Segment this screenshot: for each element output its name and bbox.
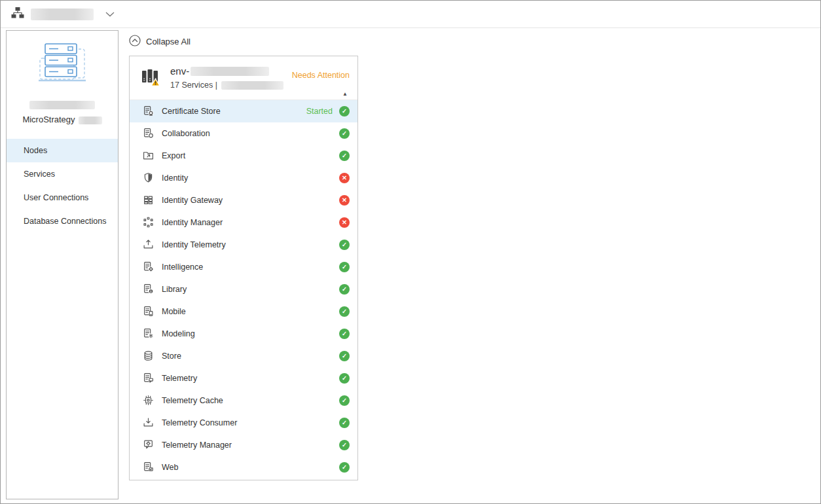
sidebar-item-database-connections[interactable]: Database Connections bbox=[7, 209, 118, 233]
needs-attention-badge: Needs Attention bbox=[292, 71, 350, 80]
service-name: Library bbox=[162, 285, 187, 294]
mobile-icon bbox=[143, 306, 154, 317]
telemetry-cache-icon bbox=[143, 395, 154, 406]
node-header[interactable]: env- 17 Services | Needs Attention ▲ bbox=[130, 56, 357, 100]
product-version-redacted bbox=[79, 117, 102, 124]
collapse-all-button[interactable]: Collapse All bbox=[129, 35, 191, 48]
service-name: Telemetry bbox=[162, 374, 197, 383]
service-row-identity-gateway[interactable]: Identity Gateway✕ bbox=[130, 189, 357, 211]
status-ok-icon: ✓ bbox=[339, 351, 350, 361]
identity-gateway-icon bbox=[143, 194, 154, 206]
collapse-all-label: Collapse All bbox=[146, 37, 191, 46]
node-servers-warning-icon bbox=[140, 66, 161, 89]
node-collapse-triangle-icon[interactable]: ▲ bbox=[342, 91, 348, 97]
service-name: Identity Telemetry bbox=[162, 240, 226, 249]
service-row-identity[interactable]: Identity✕ bbox=[130, 167, 357, 189]
service-name: Identity bbox=[162, 173, 188, 183]
status-error-icon: ✕ bbox=[339, 195, 350, 206]
environment-label-redacted bbox=[29, 101, 95, 109]
service-row-certificate-store[interactable]: Certificate StoreStarted✓ bbox=[130, 100, 357, 122]
service-name: Identity Manager bbox=[162, 218, 223, 227]
sidebar-item-nodes[interactable]: Nodes bbox=[7, 139, 118, 162]
server-stack-illustration bbox=[29, 40, 95, 90]
status-ok-icon: ✓ bbox=[339, 240, 350, 250]
service-name: Certificate Store bbox=[162, 107, 221, 116]
service-name: Web bbox=[162, 463, 178, 472]
service-row-library[interactable]: Library✓ bbox=[130, 278, 357, 300]
node-name-prefix: env- bbox=[170, 65, 189, 77]
service-list: Certificate StoreStarted✓Collaboration✓E… bbox=[130, 100, 357, 480]
service-row-modeling[interactable]: Modeling✓ bbox=[130, 323, 357, 345]
status-ok-icon: ✓ bbox=[339, 151, 350, 161]
service-row-mobile[interactable]: Mobile✓ bbox=[130, 300, 357, 323]
sidebar-nav: NodesServicesUser ConnectionsDatabase Co… bbox=[7, 139, 118, 233]
product-name: MicroStrategy bbox=[22, 115, 75, 124]
product-label: MicroStrategy bbox=[7, 115, 118, 124]
node-services-count: 17 Services | bbox=[170, 81, 217, 90]
service-name: Identity Gateway bbox=[162, 196, 223, 205]
service-status-label: Started bbox=[306, 107, 333, 116]
status-ok-icon: ✓ bbox=[339, 418, 350, 428]
service-row-identity-telemetry[interactable]: Identity Telemetry✓ bbox=[130, 234, 357, 256]
sidebar: MicroStrategy NodesServicesUser Connecti… bbox=[6, 30, 119, 499]
status-ok-icon: ✓ bbox=[339, 284, 350, 295]
main-panel: Collapse All bbox=[129, 35, 358, 480]
sidebar-item-services[interactable]: Services bbox=[7, 162, 118, 186]
identity-telemetry-icon bbox=[143, 239, 154, 250]
certificate-store-icon bbox=[143, 105, 154, 117]
collaboration-icon bbox=[143, 128, 154, 139]
store-icon bbox=[143, 350, 154, 361]
service-name: Telemetry Cache bbox=[162, 396, 223, 405]
status-error-icon: ✕ bbox=[339, 173, 350, 183]
service-name: Collaboration bbox=[162, 129, 210, 138]
intelligence-icon bbox=[143, 261, 154, 272]
service-row-collaboration[interactable]: Collaboration✓ bbox=[130, 122, 357, 145]
service-row-telemetry-manager[interactable]: Telemetry Manager✓ bbox=[130, 434, 357, 456]
node-subtitle-redacted bbox=[221, 81, 283, 90]
status-ok-icon: ✓ bbox=[339, 306, 350, 317]
identity-icon bbox=[143, 172, 154, 183]
node-name-redacted bbox=[191, 67, 269, 76]
web-icon bbox=[143, 461, 154, 473]
topbar bbox=[1, 1, 820, 28]
status-ok-icon: ✓ bbox=[339, 329, 350, 339]
service-row-store[interactable]: Store✓ bbox=[130, 345, 357, 367]
service-name: Mobile bbox=[162, 307, 186, 316]
service-name: Modeling bbox=[162, 329, 195, 338]
service-name: Telemetry Manager bbox=[162, 441, 232, 450]
environment-name-redacted bbox=[31, 9, 94, 20]
identity-manager-icon bbox=[143, 217, 154, 228]
service-row-intelligence[interactable]: Intelligence✓ bbox=[130, 256, 357, 278]
modeling-icon bbox=[143, 328, 154, 339]
service-row-telemetry-cache[interactable]: Telemetry Cache✓ bbox=[130, 389, 357, 412]
node-titles: env- 17 Services | bbox=[170, 65, 283, 90]
telemetry-manager-icon bbox=[143, 439, 154, 450]
service-row-identity-manager[interactable]: Identity Manager✕ bbox=[130, 211, 357, 234]
export-icon bbox=[143, 150, 154, 161]
service-name: Intelligence bbox=[162, 262, 203, 272]
status-ok-icon: ✓ bbox=[339, 128, 350, 139]
service-name: Telemetry Consumer bbox=[162, 418, 237, 427]
service-row-web[interactable]: Web✓ bbox=[130, 456, 357, 478]
service-row-telemetry[interactable]: Telemetry✓ bbox=[130, 367, 357, 389]
status-ok-icon: ✓ bbox=[339, 440, 350, 450]
sidebar-item-user-connections[interactable]: User Connections bbox=[7, 186, 118, 209]
chevron-down-icon[interactable] bbox=[105, 12, 115, 17]
service-row-export[interactable]: Export✓ bbox=[130, 145, 357, 167]
workstation-window: MicroStrategy NodesServicesUser Connecti… bbox=[0, 0, 821, 504]
status-ok-icon: ✓ bbox=[339, 373, 350, 384]
telemetry-icon bbox=[143, 372, 154, 384]
status-ok-icon: ✓ bbox=[339, 262, 350, 272]
status-ok-icon: ✓ bbox=[339, 395, 350, 406]
service-name: Export bbox=[162, 151, 185, 160]
status-ok-icon: ✓ bbox=[339, 462, 350, 473]
service-name: Store bbox=[162, 351, 181, 361]
environment-hierarchy-icon bbox=[11, 7, 24, 22]
telemetry-consumer-icon bbox=[143, 417, 154, 428]
library-icon bbox=[143, 283, 154, 295]
service-row-telemetry-consumer[interactable]: Telemetry Consumer✓ bbox=[130, 412, 357, 434]
node-card: env- 17 Services | Needs Attention ▲ Cer… bbox=[129, 56, 358, 480]
status-error-icon: ✕ bbox=[339, 217, 350, 228]
collapse-all-icon bbox=[129, 35, 141, 48]
status-ok-icon: ✓ bbox=[339, 106, 350, 117]
